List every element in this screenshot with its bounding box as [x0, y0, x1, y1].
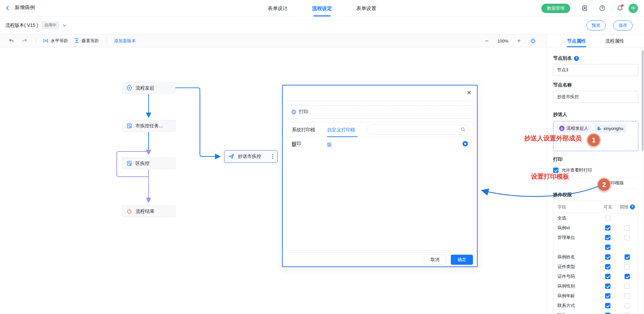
org-building-icon [597, 126, 601, 131]
allow-print-checkbox[interactable] [553, 168, 558, 173]
zoom-level: 100% [497, 39, 508, 44]
notification-bell-icon[interactable] [616, 5, 624, 12]
undo-icon[interactable] [7, 37, 15, 45]
table-row [553, 242, 638, 252]
visible-checkbox[interactable] [605, 274, 610, 279]
preview-button[interactable]: 预览 [586, 20, 606, 30]
canvas-toolbar: 水平等距 垂直等距 添加新版本 − 100% + [0, 35, 547, 47]
tab-system-templates[interactable]: 系统打印模版 [292, 122, 318, 137]
chevron-down-icon[interactable] [62, 23, 66, 27]
print-chip[interactable]: 打印 [286, 105, 474, 119]
close-icon[interactable]: ✕ [467, 90, 472, 96]
brief-checkbox[interactable] [625, 264, 630, 269]
add-version-button[interactable]: 添加新版本 [114, 38, 136, 44]
version-label: 流程版本( V15 ) [5, 22, 38, 28]
avatar[interactable]: 中 [629, 4, 638, 13]
confirm-button[interactable]: 确定 [451, 255, 473, 265]
node-alias-label: 节点别名 [553, 55, 572, 61]
cc-recipients-box[interactable]: 流程发起人 xinyonghu [553, 121, 638, 151]
help-icon[interactable] [598, 5, 606, 12]
node-name-label: 节点名称 [553, 82, 572, 88]
field-label: 联系方式 [553, 303, 599, 309]
field-label: 病例id [553, 225, 599, 231]
address-book-icon[interactable] [581, 5, 588, 12]
cancel-button[interactable]: 取消 [424, 255, 446, 265]
node-name-input[interactable]: 抄送市疾控 [553, 91, 638, 103]
data-manage-button[interactable]: 数据管理 [541, 4, 570, 13]
tab-flow-setting[interactable]: 流程设定 [312, 0, 332, 16]
back-icon[interactable] [5, 5, 11, 11]
tab-custom-templates[interactable]: 自定义打印模版 [327, 122, 357, 137]
template-list-item[interactable]: 打印 [286, 137, 473, 150]
cc-tag-org[interactable]: xinyonghu [594, 124, 626, 133]
version-bar: 流程版本( V15 ) 启用中 预览 保存 [0, 16, 644, 35]
save-button[interactable]: 保存 [613, 20, 633, 30]
table-row: 全选 [553, 213, 638, 223]
brief-checkbox[interactable] [625, 254, 630, 260]
visible-checkbox[interactable] [605, 284, 610, 289]
operation-permission-label: 操作权限 [553, 192, 572, 198]
tab-form-setting[interactable]: 表单设置 [356, 0, 376, 16]
field-label: 管理单位 [553, 235, 599, 241]
vertical-equal-icon [74, 38, 79, 43]
zoom-out-button[interactable]: − [485, 38, 489, 44]
permission-table-header: 字段 可见 简报 ? [553, 201, 638, 213]
allow-print-label: 允许查看时打印 [561, 167, 592, 173]
table-row: 病例id [553, 223, 638, 233]
version-selector[interactable]: 流程版本( V15 ) 启用中 [0, 21, 66, 29]
brief-checkbox[interactable] [625, 313, 630, 314]
table-row: 病例姓名 [553, 252, 638, 262]
node-alias-input[interactable]: 节点3 [553, 64, 638, 76]
table-row: 职业 [553, 310, 638, 314]
search-input[interactable] [367, 125, 469, 135]
node-flow-end[interactable]: 流程结束 [122, 205, 175, 217]
horizontal-align-button[interactable]: 水平等距 [43, 38, 68, 44]
cc-tag-role[interactable]: 流程发起人 [556, 124, 591, 133]
printer-icon [291, 109, 297, 115]
node-city-cdc-task[interactable]: 市疾控任务... [122, 120, 175, 132]
vertical-align-button[interactable]: 垂直等距 [74, 38, 99, 44]
tab-node-properties[interactable]: 节点属性 [567, 35, 586, 47]
power-icon [126, 208, 132, 214]
dialog-footer: 取消 确定 [283, 252, 477, 266]
redo-icon[interactable] [21, 37, 28, 45]
visible-checkbox[interactable] [605, 225, 610, 231]
visible-checkbox[interactable] [605, 215, 610, 221]
field-label: 全选 [553, 215, 599, 221]
field-label: 证件类型 [553, 264, 599, 270]
node-flow-start[interactable]: 流程发起 [122, 82, 175, 94]
brief-checkbox[interactable] [625, 274, 630, 279]
brief-checkbox[interactable] [625, 293, 630, 299]
visible-checkbox[interactable] [605, 264, 610, 269]
field-label: 职业 [553, 312, 599, 314]
visible-checkbox[interactable] [605, 245, 610, 250]
node-menu-icon[interactable] [272, 154, 273, 159]
col-field: 字段 [553, 204, 599, 210]
brief-checkbox[interactable] [625, 303, 630, 308]
visible-checkbox[interactable] [605, 235, 610, 240]
scrollbar-thumb[interactable] [642, 50, 644, 151]
radio-selected[interactable] [463, 141, 468, 146]
tab-flow-properties[interactable]: 流程属性 [605, 35, 624, 47]
page-title[interactable]: 新增病例 [15, 4, 35, 12]
brief-checkbox[interactable] [625, 235, 630, 240]
search-icon [461, 127, 466, 132]
flow-canvas[interactable]: 流程发起 市疾控任务... 区疾控 流程结束 抄送市疾控 ✕ 打印 [0, 47, 547, 314]
tab-form-design[interactable]: 表单设计 [268, 0, 288, 16]
visible-checkbox[interactable] [605, 313, 610, 314]
node-cc-city-cdc[interactable]: 抄送市疾控 [224, 150, 278, 163]
print-section-label: 打印 [553, 156, 562, 163]
help-icon[interactable]: ? [630, 204, 635, 209]
brief-checkbox[interactable] [625, 225, 630, 231]
visible-checkbox[interactable] [605, 293, 610, 299]
zoom-in-button[interactable]: + [517, 38, 521, 44]
node-print-template-button[interactable]: 节点打印模版 [553, 177, 638, 189]
visible-checkbox[interactable] [605, 303, 610, 308]
table-row: 联系方式 [553, 301, 638, 310]
node-district-cdc[interactable]: 区疾控 [122, 158, 175, 169]
locate-target-icon[interactable] [529, 37, 537, 45]
help-icon[interactable]: ? [574, 56, 579, 61]
brief-checkbox[interactable] [625, 284, 630, 289]
dialog-header: ✕ [283, 85, 477, 101]
visible-checkbox[interactable] [605, 254, 610, 260]
